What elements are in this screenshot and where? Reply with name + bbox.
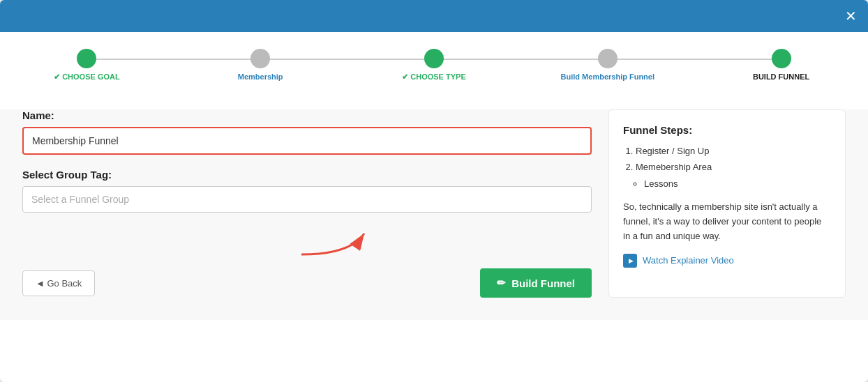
name-input[interactable] [22, 127, 592, 155]
funnel-step-2: Memebership Area [636, 159, 831, 175]
modal-header: ✕ [0, 0, 868, 32]
group-tag-label: Select Group Tag: [22, 169, 592, 181]
name-label: Name: [22, 109, 592, 121]
step-dot-build-funnel [772, 49, 791, 68]
funnel-sub-item-1: Lessons [644, 176, 831, 192]
info-panel: Funnel Steps: Register / Sign Up Memeber… [608, 109, 846, 298]
step-label-choose-type: ✔ CHOOSE TYPE [402, 72, 466, 82]
form-section: Name: Select Group Tag: ◄ Go Back [22, 109, 592, 298]
info-panel-title: Funnel Steps: [623, 124, 831, 136]
step-label-membership: Membership [238, 72, 283, 81]
funnel-step-1: Register / Sign Up [636, 143, 831, 159]
modal-container: ✕ ✔ CHOOSE GOAL Membership ✔ CHOOSE TYPE… [0, 0, 868, 382]
group-tag-input[interactable] [22, 186, 592, 213]
step-membership: Membership [174, 49, 347, 81]
step-dot-membership [250, 49, 270, 68]
play-icon [623, 254, 637, 268]
step-choose-goal: ✔ CHOOSE GOAL [0, 49, 174, 82]
watch-video-link[interactable]: Watch Explainer Video [623, 254, 831, 268]
step-label-build-funnel: BUILD FUNNEL [753, 72, 809, 81]
modal-body: Name: Select Group Tag: ◄ Go Back [0, 109, 868, 320]
go-back-button[interactable]: ◄ Go Back [22, 270, 95, 296]
build-funnel-label: Build Funnel [511, 277, 575, 289]
info-description: So, technically a membership site isn't … [623, 200, 831, 243]
funnel-steps-list: Register / Sign Up Memebership Area [636, 143, 831, 176]
step-label-build-membership: Build Membership Funnel [561, 72, 654, 81]
arrow-indicator [294, 220, 378, 264]
step-label-choose-goal: ✔ CHOOSE GOAL [54, 72, 120, 82]
watch-video-label: Watch Explainer Video [643, 255, 734, 266]
build-funnel-button[interactable]: ✏ Build Funnel [480, 268, 592, 298]
funnel-sub-list: Lessons [644, 176, 831, 192]
close-button[interactable]: ✕ [845, 9, 857, 23]
build-funnel-icon: ✏ [497, 277, 506, 289]
step-dot-build-membership [598, 49, 618, 68]
step-choose-type: ✔ CHOOSE TYPE [347, 49, 521, 82]
step-build-funnel: BUILD FUNNEL [694, 49, 868, 81]
steps-bar: ✔ CHOOSE GOAL Membership ✔ CHOOSE TYPE B… [0, 32, 868, 93]
step-build-membership: Build Membership Funnel [521, 49, 694, 81]
step-dot-choose-goal [77, 49, 96, 68]
button-row: ◄ Go Back ✏ [22, 268, 592, 298]
content-area: Name: Select Group Tag: ◄ Go Back [22, 109, 846, 298]
step-dot-choose-type [424, 49, 444, 68]
